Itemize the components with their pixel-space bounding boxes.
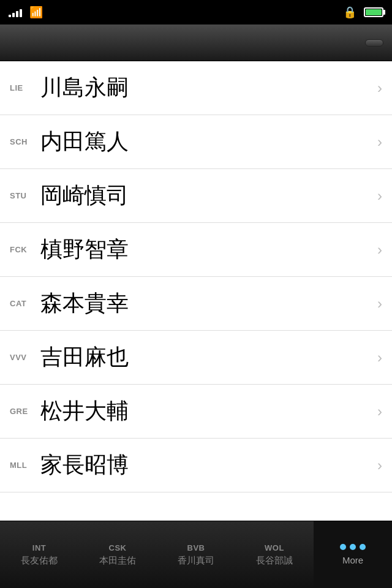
tab-item-wol[interactable]: WOL 長谷部誠 xyxy=(235,521,314,588)
item-name: 岡崎慎司 xyxy=(40,181,377,211)
tab-tag: INT xyxy=(32,543,46,552)
tab-tag: BVB xyxy=(187,543,205,552)
list-item[interactable]: STU 岡崎慎司 › xyxy=(0,169,392,223)
tab-name: 長友佑都 xyxy=(21,555,58,567)
signal-bars-icon xyxy=(9,7,22,17)
chevron-right-icon: › xyxy=(377,457,382,474)
tab-name: 本田圭佑 xyxy=(99,555,136,567)
status-bar: 📶 🔒 xyxy=(0,0,392,24)
item-name: 松井大輔 xyxy=(40,396,377,426)
item-name: 家長昭博 xyxy=(40,450,377,480)
item-tag: LIE xyxy=(10,83,40,92)
chevron-right-icon: › xyxy=(377,187,382,205)
chevron-right-icon: › xyxy=(377,241,382,258)
chevron-right-icon: › xyxy=(377,80,382,97)
item-tag: VVV xyxy=(10,353,40,362)
status-left: 📶 xyxy=(9,6,43,19)
nav-bar xyxy=(0,24,392,61)
item-tag: STU xyxy=(10,191,40,200)
lock-icon: 🔒 xyxy=(343,6,356,19)
item-name: 槙野智章 xyxy=(40,235,377,265)
item-tag: FCK xyxy=(10,245,40,254)
item-name: 内田篤人 xyxy=(40,127,377,157)
more-dots-icon xyxy=(340,544,366,550)
list-item[interactable]: VVV 吉田麻也 › xyxy=(0,331,392,385)
item-tag: GRE xyxy=(10,407,40,416)
list-item[interactable]: FCK 槙野智章 › xyxy=(0,223,392,277)
list-item[interactable]: CAT 森本貴幸 › xyxy=(0,277,392,331)
tab-name: 香川真司 xyxy=(178,555,214,567)
chevron-right-icon: › xyxy=(377,295,382,312)
edit-button[interactable] xyxy=(365,39,383,47)
chevron-right-icon: › xyxy=(377,349,382,366)
tab-item-bvb[interactable]: BVB 香川真司 xyxy=(157,521,235,588)
wifi-icon: 📶 xyxy=(29,6,43,19)
tab-tag: WOL xyxy=(265,543,284,552)
tab-item-more[interactable]: More xyxy=(314,521,392,588)
player-list: LIE 川島永嗣 › SCH 内田篤人 › STU 岡崎慎司 › FCK 槙野智… xyxy=(0,61,392,492)
item-tag: SCH xyxy=(10,137,40,146)
item-tag: MLL xyxy=(10,461,40,470)
list-item[interactable]: SCH 内田篤人 › xyxy=(0,115,392,169)
item-name: 吉田麻也 xyxy=(40,342,377,372)
list-item[interactable]: MLL 家長昭博 › xyxy=(0,439,392,492)
chevron-right-icon: › xyxy=(377,403,382,420)
chevron-right-icon: › xyxy=(377,134,382,151)
battery-icon xyxy=(364,7,383,17)
tab-item-csk[interactable]: CSK 本田圭佑 xyxy=(78,521,157,588)
tab-bar: INT 長友佑都 CSK 本田圭佑 BVB 香川真司 WOL 長谷部誠 More xyxy=(0,521,392,588)
item-name: 川島永嗣 xyxy=(40,73,377,103)
more-tab-label: More xyxy=(342,555,363,565)
item-tag: CAT xyxy=(10,299,40,308)
list-item[interactable]: GRE 松井大輔 › xyxy=(0,385,392,439)
status-right: 🔒 xyxy=(343,6,383,19)
tab-name: 長谷部誠 xyxy=(256,555,293,567)
tab-item-int[interactable]: INT 長友佑都 xyxy=(0,521,78,588)
tab-tag: CSK xyxy=(109,543,127,552)
item-name: 森本貴幸 xyxy=(40,288,377,318)
list-item[interactable]: LIE 川島永嗣 › xyxy=(0,61,392,115)
